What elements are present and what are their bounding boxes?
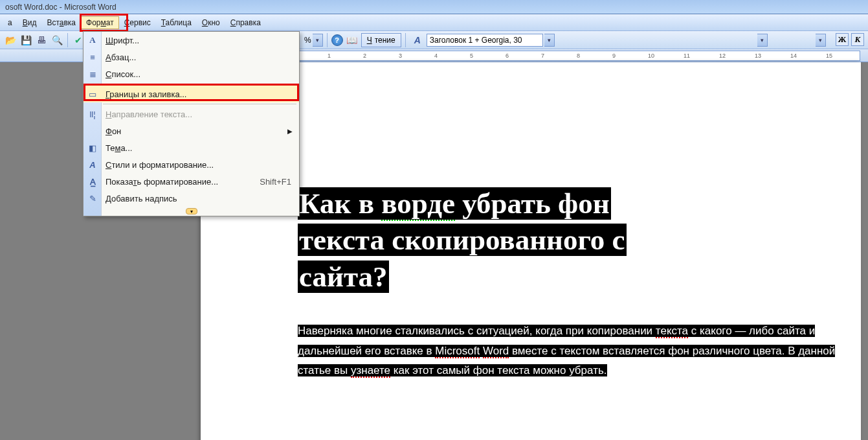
size-dropdown-arrow[interactable]: ▾ — [816, 34, 826, 47]
ruler-tick: 15 — [826, 52, 832, 59]
open-icon[interactable]: 📂 — [3, 33, 17, 47]
italic-button[interactable]: К — [851, 33, 864, 46]
menu-list[interactable]: ≣ Список... — [83, 65, 299, 82]
menu-expand[interactable]: ▾ — [83, 207, 299, 216]
menu-file-partial[interactable]: а — [3, 16, 17, 29]
textbox-icon: ✎ — [86, 192, 99, 205]
shortcut-label: Shift+F1 — [260, 177, 299, 187]
style-selector[interactable]: Заголовок 1 + Georgia, 30 — [427, 34, 543, 47]
toolbar-separator — [327, 33, 328, 47]
chevron-down-icon: ▾ — [186, 208, 197, 214]
document-heading[interactable]: Как в ворде убрать фон текста скопирован… — [298, 185, 627, 295]
menu-reveal-formatting[interactable]: A̲ Показать форматирование... Shift+F1 — [83, 173, 299, 190]
menu-background[interactable]: Фон ▶ — [83, 122, 299, 139]
toolbar-separator — [67, 33, 68, 47]
menu-paragraph[interactable]: ≡ Абзац... — [83, 49, 299, 65]
ruler-tick: 3 — [399, 52, 402, 59]
ruler-tick: 5 — [470, 52, 473, 59]
submenu-arrow-icon: ▶ — [287, 128, 299, 135]
menu-borders-shading[interactable]: ▭ Границы и заливка... — [83, 86, 299, 102]
ruler-tick: 10 — [648, 52, 654, 59]
menu-theme[interactable]: ◧ Тема... — [83, 139, 299, 156]
bold-button[interactable]: Ж — [836, 33, 849, 46]
title-bar: osoft Word.doc - Microsoft Word — [0, 0, 868, 14]
document-page[interactable]: Как в ворде убрать фон текста скопирован… — [201, 62, 861, 440]
blank-icon — [86, 124, 99, 137]
document-paragraph[interactable]: Наверняка многие сталкивались с ситуацие… — [298, 321, 854, 381]
menu-tools[interactable]: Сервис — [119, 16, 156, 29]
grammar-error: текста — [656, 325, 688, 338]
format-dropdown-menu: A Шрифт... ≡ Абзац... ≣ Список... ▭ Гран… — [83, 31, 300, 216]
menu-insert[interactable]: Вставка — [41, 16, 81, 29]
menu-bar: а Вид Вставка Формат Сервис Таблица Окно… — [0, 14, 868, 31]
zoom-dropdown-arrow[interactable]: ▾ — [313, 34, 323, 47]
zoom-percent: % — [304, 36, 311, 45]
format-buttons: Ж К — [836, 33, 864, 46]
toolbar-separator — [405, 33, 406, 47]
font-dropdown-arrow[interactable]: ▾ — [757, 34, 768, 47]
ruler-tick: 4 — [434, 52, 438, 59]
theme-icon: ◧ — [86, 141, 99, 154]
grammar-error: Word — [483, 345, 509, 358]
menu-separator — [103, 84, 296, 84]
menu-view[interactable]: Вид — [17, 16, 42, 29]
ruler-tick: 2 — [363, 52, 366, 59]
list-icon: ≣ — [86, 67, 99, 80]
ruler-tick: 1 — [328, 52, 331, 59]
menu-table[interactable]: Таблица — [156, 16, 197, 29]
preview-icon[interactable]: 🔍 — [50, 33, 64, 47]
ruler-tick: 12 — [719, 52, 726, 59]
ruler-tick: 9 — [612, 52, 616, 59]
borders-icon: ▭ — [86, 87, 99, 100]
menu-font[interactable]: A Шрифт... — [83, 32, 299, 49]
menu-window[interactable]: Окно — [197, 16, 225, 29]
ruler-tick: 8 — [577, 52, 580, 59]
styles-icon: A — [86, 158, 99, 171]
grammar-error: узнаете — [351, 364, 390, 378]
ruler-tick: 13 — [755, 52, 761, 59]
ruler-tick: 11 — [684, 52, 690, 59]
save-icon[interactable]: 💾 — [19, 33, 33, 47]
print-icon[interactable]: 🖶 — [34, 33, 49, 47]
paragraph-icon: ≡ — [86, 51, 99, 64]
grammar-error: Microsoft — [435, 345, 480, 358]
menu-text-direction: ll¦ Направление текста... — [83, 106, 299, 122]
ruler-tick: 7 — [541, 52, 544, 59]
reading-layout-icon[interactable]: 📖 — [345, 33, 359, 47]
menu-styles-formatting[interactable]: A Стили и форматирование... — [83, 156, 299, 173]
styles-icon[interactable]: A — [410, 33, 425, 47]
ruler-tick: 6 — [506, 52, 509, 59]
ruler-tick: 14 — [790, 52, 797, 59]
reading-mode-button[interactable]: Чтение — [361, 33, 401, 47]
text-direction-icon: ll¦ — [86, 108, 99, 121]
help-icon[interactable]: ? — [331, 34, 343, 46]
menu-separator — [103, 104, 296, 104]
menu-add-textbox[interactable]: ✎ Добавить надпись — [83, 190, 299, 207]
spell-error: ворде — [381, 187, 455, 221]
font-icon: A — [86, 34, 99, 47]
menu-help[interactable]: Справка — [225, 16, 266, 29]
reveal-format-icon: A̲ — [86, 175, 99, 188]
window-title: osoft Word.doc - Microsoft Word — [5, 3, 117, 12]
menu-format[interactable]: Формат — [81, 16, 119, 29]
style-dropdown-arrow[interactable]: ▾ — [544, 34, 555, 47]
